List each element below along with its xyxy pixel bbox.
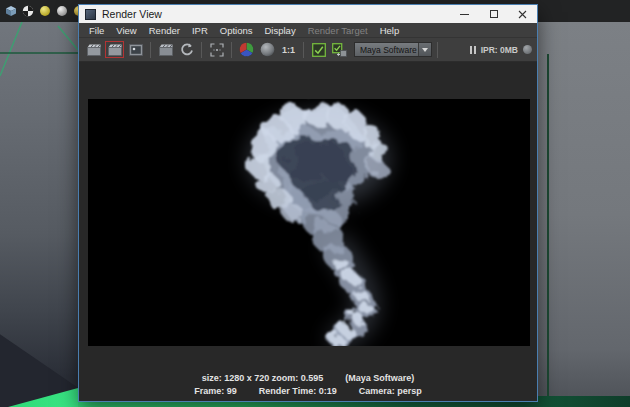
rendered-smoke-plume bbox=[88, 99, 530, 346]
toolbar-separator bbox=[437, 42, 438, 58]
keep-image-button[interactable] bbox=[309, 41, 328, 58]
white-sphere-icon[interactable] bbox=[55, 5, 68, 18]
dropdown-arrow-icon[interactable] bbox=[418, 43, 431, 56]
rgb-channels-icon bbox=[239, 42, 254, 57]
refresh-ipr-icon bbox=[180, 43, 194, 57]
remove-image-button[interactable] bbox=[330, 41, 349, 58]
one-to-one-icon: 1:1 bbox=[282, 45, 295, 55]
render-current-frame-button[interactable] bbox=[84, 41, 103, 58]
status-render-time: Render Time: 0:19 bbox=[259, 385, 337, 397]
yellow-sphere-glyph bbox=[40, 6, 50, 16]
window-controls bbox=[450, 5, 537, 23]
maximize-icon bbox=[490, 10, 498, 18]
rgb-channels-button[interactable] bbox=[237, 41, 256, 58]
rendered-image[interactable] bbox=[88, 99, 530, 346]
render-region-icon bbox=[210, 43, 224, 57]
remove-image-icon bbox=[332, 43, 347, 57]
toolbar-separator bbox=[303, 42, 304, 58]
maximize-button[interactable] bbox=[479, 5, 508, 23]
pause-bar bbox=[470, 46, 472, 54]
status-renderer: (Maya Software) bbox=[345, 372, 414, 384]
menu-render[interactable]: Render bbox=[143, 25, 186, 36]
snapshot-button[interactable] bbox=[126, 41, 145, 58]
titlebar[interactable]: Render View bbox=[79, 5, 537, 23]
toolbar-separator bbox=[231, 42, 232, 58]
menu-display[interactable]: Display bbox=[259, 25, 302, 36]
render-globe-icon-glyph bbox=[22, 5, 34, 17]
toolbar-right-group: IPR: 0MB bbox=[470, 45, 532, 55]
pause-ipr-icon[interactable] bbox=[470, 46, 476, 54]
status-line-1: size: 1280 x 720 zoom: 0.595 (Maya Softw… bbox=[202, 372, 415, 384]
alpha-channel-button[interactable] bbox=[258, 41, 277, 58]
menu-options[interactable]: Options bbox=[214, 25, 259, 36]
status-size-zoom: size: 1280 x 720 zoom: 0.595 bbox=[202, 372, 324, 384]
render-region-button[interactable] bbox=[207, 41, 226, 58]
viewport-grid-line bbox=[547, 54, 549, 404]
window-title: Render View bbox=[102, 8, 162, 20]
white-sphere-glyph bbox=[57, 6, 67, 16]
renderer-dropdown[interactable]: Maya Software bbox=[354, 42, 432, 57]
refresh-ipr-button[interactable] bbox=[177, 41, 196, 58]
render-statusbar: size: 1280 x 720 zoom: 0.595 (Maya Softw… bbox=[79, 372, 537, 397]
yellow-sphere-icon[interactable] bbox=[38, 5, 51, 18]
close-icon bbox=[518, 10, 527, 19]
render-view-app-icon bbox=[85, 9, 96, 20]
renderer-dropdown-value: Maya Software bbox=[355, 45, 418, 55]
redo-previous-render-button[interactable] bbox=[105, 41, 124, 58]
render-current-frame-icon bbox=[87, 44, 101, 56]
render-view-window: Render View File View Render IPR Options… bbox=[78, 4, 538, 402]
maya-viewport-right[interactable] bbox=[538, 22, 630, 407]
ipr-render-button[interactable] bbox=[156, 41, 175, 58]
menu-help[interactable]: Help bbox=[374, 25, 406, 36]
menu-render-target: Render Target bbox=[302, 25, 374, 36]
status-line-2: Frame: 99 Render Time: 0:19 Camera: pers… bbox=[194, 385, 421, 397]
alpha-channel-icon bbox=[260, 42, 275, 57]
ipr-render-icon bbox=[159, 44, 173, 56]
minimize-icon bbox=[460, 14, 469, 15]
toolbar-separator bbox=[201, 42, 202, 58]
status-camera: Camera: persp bbox=[359, 385, 422, 397]
render-globe-icon[interactable] bbox=[21, 5, 34, 18]
menu-view[interactable]: View bbox=[110, 25, 142, 36]
ipr-memory-label: IPR: 0MB bbox=[481, 45, 518, 55]
menu-file[interactable]: File bbox=[83, 25, 110, 36]
menubar: File View Render IPR Options Display Ren… bbox=[79, 23, 537, 37]
close-button[interactable] bbox=[508, 5, 537, 23]
texture-cube-icon[interactable] bbox=[4, 5, 17, 18]
keep-image-icon bbox=[312, 43, 326, 57]
toolbar-separator bbox=[150, 42, 151, 58]
snapshot-icon bbox=[129, 44, 143, 56]
minimize-button[interactable] bbox=[450, 5, 479, 23]
texture-cube-icon-glyph bbox=[5, 5, 17, 17]
ipr-memory-icon[interactable] bbox=[523, 45, 532, 54]
render-view-content: size: 1280 x 720 zoom: 0.595 (Maya Softw… bbox=[79, 62, 537, 401]
pause-bar bbox=[474, 46, 476, 54]
status-frame: Frame: 99 bbox=[194, 385, 237, 397]
menu-ipr[interactable]: IPR bbox=[186, 25, 214, 36]
one-to-one-button[interactable]: 1:1 bbox=[279, 41, 298, 58]
toolbar: 1:1 Maya Software IPR: 0MB bbox=[79, 37, 537, 62]
redo-previous-render-icon bbox=[108, 44, 122, 56]
